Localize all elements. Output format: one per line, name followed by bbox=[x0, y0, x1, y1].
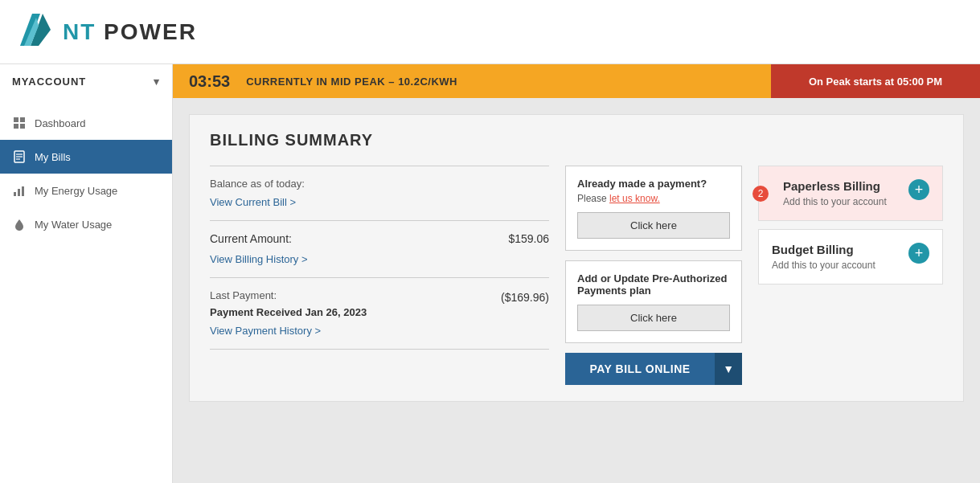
bills-icon bbox=[12, 149, 27, 164]
view-current-bill-link[interactable]: View Current Bill > bbox=[210, 196, 296, 208]
click-here-preauth-button[interactable]: Click here bbox=[577, 305, 730, 331]
svg-rect-13 bbox=[22, 186, 24, 196]
let-us-know-link[interactable]: let us know. bbox=[609, 193, 660, 204]
nav-bar: MyAccount ▾ 03:53 CURRENTLY IN MID PEAK … bbox=[0, 64, 980, 98]
view-payment-history-link[interactable]: View Payment History > bbox=[210, 325, 321, 337]
sidebar-label-dashboard: Dashboard bbox=[35, 117, 86, 129]
billing-summary-card: BILLING SUMMARY Balance as of today: Vie… bbox=[189, 114, 964, 402]
mid-peak-label: CURRENTLY IN MID PEAK – 10.2C/KWH bbox=[246, 76, 457, 88]
water-icon bbox=[12, 217, 27, 231]
balance-row: Balance as of today: View Current Bill > bbox=[210, 166, 549, 221]
paperless-billing-wrapper: 2 Paperless Billing Add this to your acc… bbox=[758, 166, 943, 223]
svg-rect-4 bbox=[20, 117, 25, 122]
billing-middle: Already made a payment? Please let us kn… bbox=[565, 166, 742, 385]
account-label: MyAccount bbox=[12, 76, 86, 88]
current-amount-row: Current Amount: $159.06 View Billing His… bbox=[210, 221, 549, 278]
svg-rect-12 bbox=[18, 189, 20, 196]
svg-rect-5 bbox=[14, 124, 18, 129]
sidebar-item-my-water-usage[interactable]: My Water Usage bbox=[0, 207, 172, 241]
view-billing-history-link[interactable]: View Billing History > bbox=[210, 253, 308, 265]
sidebar-item-my-energy-usage[interactable]: My Energy Usage bbox=[0, 174, 172, 207]
already-paid-subtitle: Please let us know. bbox=[577, 193, 730, 204]
current-amount-label: Current Amount: bbox=[210, 232, 292, 245]
paperless-subtitle: Add this to your account bbox=[783, 196, 900, 207]
click-here-payment-button[interactable]: Click here bbox=[577, 212, 730, 239]
already-paid-title: Already made a payment? bbox=[577, 178, 730, 190]
sidebar-label-my-water-usage: My Water Usage bbox=[35, 219, 112, 231]
sidebar-item-dashboard[interactable]: Dashboard bbox=[0, 106, 172, 140]
billing-body: Balance as of today: View Current Bill >… bbox=[210, 166, 943, 385]
last-payment-label: Last Payment: bbox=[210, 289, 277, 301]
grid-icon bbox=[12, 116, 27, 130]
pay-bill-online-button[interactable]: PAY BILL ONLINE bbox=[565, 353, 715, 385]
on-peak-bar: On Peak starts at 05:00 PM bbox=[771, 64, 980, 98]
paperless-add-button[interactable]: + bbox=[908, 179, 929, 200]
billing-title: BILLING SUMMARY bbox=[210, 131, 943, 149]
budget-title: Budget Billing bbox=[772, 243, 900, 256]
billing-left: Balance as of today: View Current Bill >… bbox=[210, 166, 549, 385]
paperless-badge: 2 bbox=[752, 186, 769, 202]
budget-subtitle: Add this to your account bbox=[772, 260, 900, 271]
already-paid-box: Already made a payment? Please let us kn… bbox=[565, 166, 742, 251]
logo: NT POWER bbox=[16, 10, 197, 54]
sidebar-label-my-energy-usage: My Energy Usage bbox=[35, 185, 117, 197]
pay-bill-dropdown-button[interactable]: ▼ bbox=[715, 353, 742, 385]
billing-right: 2 Paperless Billing Add this to your acc… bbox=[758, 166, 943, 385]
budget-billing-box: Budget Billing Add this to your account … bbox=[758, 229, 943, 284]
logo-text: NT POWER bbox=[63, 19, 197, 45]
sidebar-label-my-bills: My Bills bbox=[35, 151, 71, 163]
logo-icon bbox=[16, 10, 56, 54]
sidebar: Dashboard My Bills My Energy Usage My Wa… bbox=[0, 98, 173, 483]
on-peak-label: On Peak starts at 05:00 PM bbox=[809, 76, 942, 88]
last-payment-value: ($169.96) bbox=[501, 291, 549, 304]
main-layout: Dashboard My Bills My Energy Usage My Wa… bbox=[0, 98, 980, 483]
pre-authorized-box: Add or Update Pre-Authorized Payments pl… bbox=[565, 260, 742, 343]
logo-nt: NT bbox=[63, 19, 96, 44]
sidebar-item-my-bills[interactable]: My Bills bbox=[0, 140, 172, 174]
paperless-title: Paperless Billing bbox=[783, 179, 900, 193]
balance-label: Balance as of today: bbox=[210, 178, 549, 190]
last-payment-row: Last Payment: ($169.96) Payment Received… bbox=[210, 278, 549, 350]
current-time: 03:53 bbox=[189, 72, 230, 91]
current-amount-value: $159.06 bbox=[508, 232, 549, 245]
logo-power: POWER bbox=[104, 19, 197, 44]
pay-bill-row: PAY BILL ONLINE ▼ bbox=[565, 353, 742, 385]
header: NT POWER bbox=[0, 0, 980, 64]
payment-received-date: Payment Received Jan 26, 2023 bbox=[210, 306, 549, 318]
my-account-nav[interactable]: MyAccount ▾ bbox=[0, 64, 173, 98]
add-update-title: Add or Update Pre-Authorized Payments pl… bbox=[577, 272, 730, 297]
content-area: BILLING SUMMARY Balance as of today: Vie… bbox=[173, 98, 980, 483]
paperless-billing-box: 2 Paperless Billing Add this to your acc… bbox=[758, 166, 943, 221]
mid-peak-bar: 03:53 CURRENTLY IN MID PEAK – 10.2C/KWH bbox=[173, 64, 771, 98]
chart-icon bbox=[12, 183, 27, 198]
svg-rect-6 bbox=[20, 124, 25, 129]
svg-rect-3 bbox=[14, 117, 18, 122]
svg-rect-11 bbox=[14, 192, 16, 196]
budget-add-button[interactable]: + bbox=[908, 243, 929, 264]
chevron-down-icon: ▾ bbox=[154, 76, 160, 88]
